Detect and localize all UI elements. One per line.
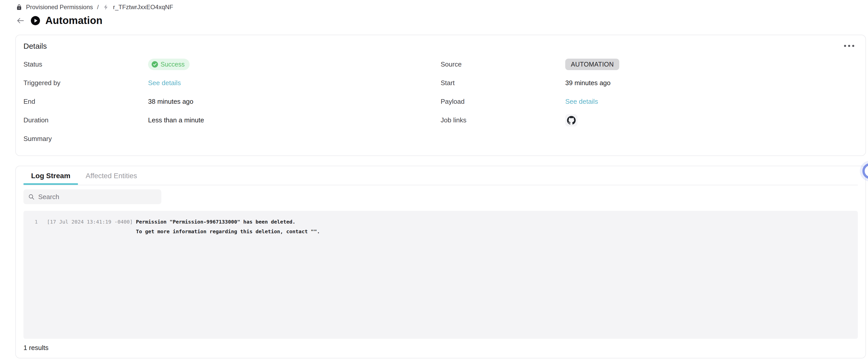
details-grid: Status Success Triggered by See details … (24, 55, 858, 148)
log-line-number (24, 226, 38, 236)
title-bar: Automation (15, 15, 102, 26)
github-link-button[interactable] (565, 114, 578, 126)
start-label: Start (441, 79, 565, 87)
duration-value: Less than a minute (148, 116, 204, 124)
log-line-number: 1 (24, 217, 38, 226)
lock-icon (16, 4, 23, 10)
detail-row-end: End 38 minutes ago (24, 92, 441, 111)
log-card: Log Stream Affected Entities 1 [17 Jul 2… (15, 166, 866, 358)
status-badge: Success (148, 59, 190, 70)
detail-row-duration: Duration Less than a minute (24, 111, 441, 129)
log-timestamp: [17 Jul 2024 13:41:19 -0400] (47, 219, 133, 225)
duration-label: Duration (24, 116, 148, 124)
tab-log-stream[interactable]: Log Stream (24, 166, 78, 185)
detail-row-source: Source AUTOMATION (441, 55, 858, 74)
log-line-2: To get more information regarding this d… (24, 226, 858, 236)
tabs: Log Stream Affected Entities (24, 166, 858, 185)
end-value: 38 minutes ago (148, 98, 193, 105)
breadcrumb-run-id: r_TFztwrJxxEO4xqNF (113, 4, 173, 11)
more-options-button[interactable] (842, 43, 856, 49)
triggered-by-see-details-link[interactable]: See details (148, 79, 181, 87)
search-input[interactable] (38, 193, 157, 201)
search-icon (28, 193, 35, 200)
page-title: Automation (45, 15, 102, 26)
tab-affected-entities[interactable]: Affected Entities (78, 166, 145, 185)
log-search[interactable] (24, 189, 161, 204)
detail-row-summary: Summary (24, 129, 441, 148)
status-badge-label: Success (160, 61, 185, 68)
triggered-by-label: Triggered by (24, 79, 148, 87)
log-message: Permission "Permission-9967133000" has b… (136, 219, 296, 225)
start-value: 39 minutes ago (565, 79, 611, 87)
end-label: End (24, 98, 148, 105)
detail-row-status: Status Success (24, 55, 441, 74)
details-left-column: Status Success Triggered by See details … (24, 55, 441, 148)
breadcrumb: Provisioned Permissions / r_TFztwrJxxEO4… (16, 4, 173, 11)
log-line-1: 1 [17 Jul 2024 13:41:19 -0400]Permission… (24, 217, 858, 226)
log-line-text: [17 Jul 2024 13:41:19 -0400]Permission "… (47, 217, 296, 226)
detail-row-payload: Payload See details (441, 92, 858, 111)
detail-row-start: Start 39 minutes ago (441, 74, 858, 92)
results-count: 1 results (24, 344, 858, 352)
payload-see-details-link[interactable]: See details (565, 98, 598, 105)
details-right-column: Source AUTOMATION Start 39 minutes ago P… (441, 55, 858, 148)
log-stream-panel[interactable]: 1 [17 Jul 2024 13:41:19 -0400]Permission… (24, 211, 858, 339)
job-links-label: Job links (441, 116, 565, 124)
log-message-continued: To get more information regarding this d… (136, 229, 320, 235)
github-icon (567, 116, 576, 125)
details-card: Details Status Success Triggered by S (15, 35, 866, 156)
status-label: Status (24, 60, 148, 68)
bolt-icon (103, 4, 109, 10)
breadcrumb-section[interactable]: Provisioned Permissions (26, 4, 93, 11)
breadcrumb-separator: / (97, 4, 99, 11)
detail-row-triggered-by: Triggered by See details (24, 74, 441, 92)
back-arrow-icon[interactable] (15, 16, 26, 26)
details-card-title: Details (24, 42, 858, 51)
play-circle-icon (31, 16, 40, 26)
check-circle-icon (152, 61, 158, 67)
source-badge: AUTOMATION (565, 59, 619, 70)
summary-label: Summary (24, 135, 148, 143)
log-line-text: To get more information regarding this d… (47, 226, 320, 236)
source-label: Source (441, 60, 565, 68)
payload-label: Payload (441, 98, 565, 105)
detail-row-job-links: Job links (441, 111, 858, 129)
